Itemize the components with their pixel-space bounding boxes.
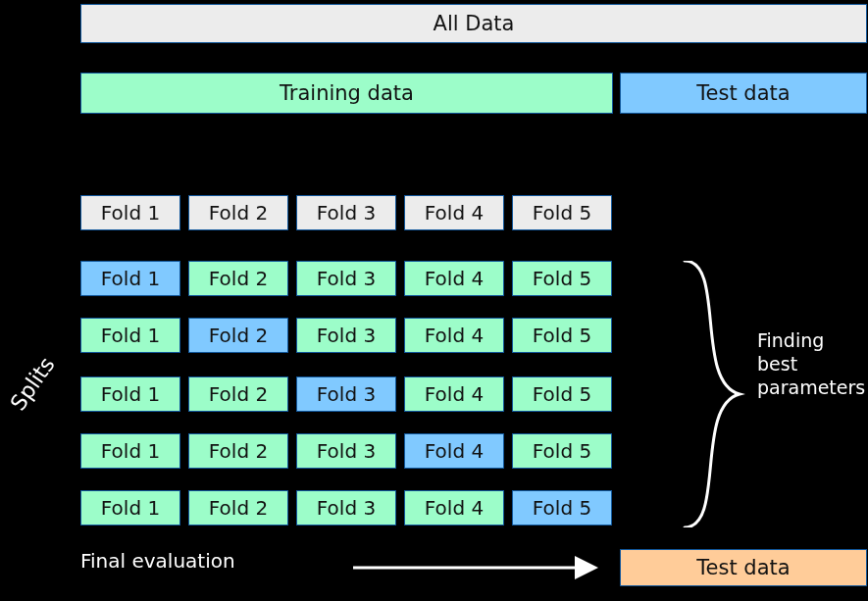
split-4-fold-2-train: Fold 2 <box>188 433 288 469</box>
split-5-fold-4-train: Fold 4 <box>404 490 504 526</box>
training-data-box: Training data <box>80 73 613 114</box>
split-1-fold-5-train: Fold 5 <box>512 261 612 296</box>
splits-side-label-text: Splits <box>5 352 59 415</box>
final-evaluation-label: Final evaluation <box>80 549 345 573</box>
split-2-fold-5-train: Fold 5 <box>512 318 612 353</box>
split-3-fold-2-train: Fold 2 <box>188 376 288 412</box>
fold-header-4: Fold 4 <box>404 195 504 230</box>
split-5-fold-5-val: Fold 5 <box>512 490 612 526</box>
split-5-fold-2-train: Fold 2 <box>188 490 288 526</box>
split-2-fold-2-val: Fold 2 <box>188 318 288 353</box>
svg-marker-1 <box>575 556 598 579</box>
split-2-fold-3-train: Fold 3 <box>296 318 396 353</box>
final-test-data-box: Test data <box>620 549 867 586</box>
split-2-fold-4-train: Fold 4 <box>404 318 504 353</box>
split-3-fold-5-train: Fold 5 <box>512 376 612 412</box>
split-3-fold-3-val: Fold 3 <box>296 376 396 412</box>
diagram-root: All Data Training data Test data Fold 1 … <box>0 0 868 601</box>
split-3-fold-4-train: Fold 4 <box>404 376 504 412</box>
split-1-fold-1-val: Fold 1 <box>80 261 180 296</box>
arrow-right-icon <box>353 544 598 591</box>
split-1-fold-2-train: Fold 2 <box>188 261 288 296</box>
all-data-box: All Data <box>80 4 867 43</box>
fold-header-3: Fold 3 <box>296 195 396 230</box>
finding-best-parameters-label: Finding best parameters <box>757 329 865 399</box>
split-2-fold-1-train: Fold 1 <box>80 318 180 353</box>
split-3-fold-1-train: Fold 1 <box>80 376 180 412</box>
split-4-fold-1-train: Fold 1 <box>80 433 180 469</box>
splits-side-label: Splits <box>0 235 77 531</box>
fold-header-2: Fold 2 <box>188 195 288 230</box>
test-data-box: Test data <box>620 73 867 114</box>
split-1-fold-4-train: Fold 4 <box>404 261 504 296</box>
fold-header-1: Fold 1 <box>80 195 180 230</box>
split-4-fold-5-train: Fold 5 <box>512 433 612 469</box>
split-5-fold-3-train: Fold 3 <box>296 490 396 526</box>
curly-brace-icon <box>681 261 759 527</box>
fold-header-5: Fold 5 <box>512 195 612 230</box>
split-1-fold-3-train: Fold 3 <box>296 261 396 296</box>
split-5-fold-1-train: Fold 1 <box>80 490 180 526</box>
split-4-fold-4-val: Fold 4 <box>404 433 504 469</box>
split-4-fold-3-train: Fold 3 <box>296 433 396 469</box>
